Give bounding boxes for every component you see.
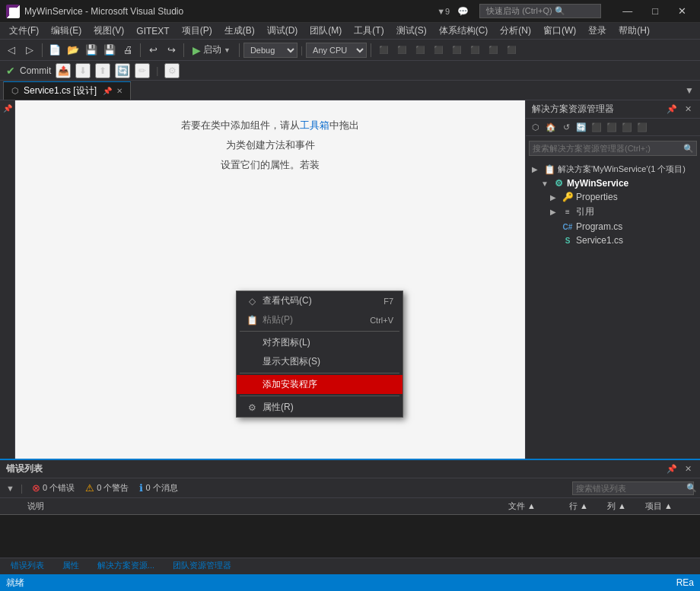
search-quicklaunch[interactable]: 快速启动 (Ctrl+Q) 🔍 (479, 4, 601, 18)
solution-root[interactable]: ▶ 📋 解决方案'MyWinService'(1 个项目) (529, 162, 697, 176)
toolbar-extra-5[interactable]: ⬛ (448, 42, 465, 59)
commit-btn-2[interactable]: ⬇ (75, 63, 91, 78)
open-btn[interactable]: 📂 (65, 42, 81, 59)
menu-debug[interactable]: 调试(D) (261, 23, 304, 39)
toolbar-extra-4[interactable]: ⬛ (430, 42, 447, 59)
minimize-btn[interactable]: — (615, 4, 640, 18)
cm-properties[interactable]: ⚙ 属性(R) (237, 398, 402, 417)
se-search-input[interactable] (530, 144, 681, 153)
play-dropdown-icon[interactable]: ▼ (224, 46, 231, 54)
forward-btn[interactable]: ▷ (21, 42, 38, 59)
start-btn[interactable]: ▶ 启动 ▼ (188, 42, 235, 58)
service1-cs-node[interactable]: ▶ S Service1.cs (529, 234, 697, 247)
bottom-tab-solution[interactable]: 解决方案资源... (90, 558, 162, 574)
save-btn[interactable]: 💾 (83, 42, 100, 59)
col-description[interactable]: 说明 (21, 500, 502, 512)
menu-login[interactable]: 登录 (582, 23, 612, 39)
error-filter-icon[interactable]: ▼ (6, 484, 14, 493)
se-btn-5[interactable]: ⬛ (590, 120, 603, 134)
toolbar-extra-6[interactable]: ⬛ (466, 42, 483, 59)
menu-file[interactable]: 文件(F) (3, 23, 45, 39)
root-arrow: ▶ (532, 165, 541, 173)
menu-build[interactable]: 生成(B) (218, 23, 261, 39)
panel-pin-btn[interactable]: 📌 (664, 103, 679, 115)
panel-close-btn[interactable]: ✕ (682, 103, 694, 115)
se-btn-2[interactable]: 🏠 (544, 120, 558, 134)
cm-paste[interactable]: 📋 粘贴(P) Ctrl+V (237, 310, 402, 329)
error-info-btn[interactable]: ℹ 0 个消息 (136, 481, 180, 495)
toolbar-extra-1[interactable]: ⬛ (375, 42, 392, 59)
properties-node[interactable]: ▶ 🔑 Properties (529, 190, 697, 204)
col-project[interactable]: 项目 ▲ (639, 500, 700, 512)
el-close-btn[interactable]: ✕ (682, 463, 694, 475)
cm-align-icons[interactable]: 对齐图标(L) (237, 333, 402, 352)
commit-btn-4[interactable]: 🔄 (115, 63, 130, 78)
panel-controls: 📌 ✕ (664, 103, 694, 115)
se-btn-8[interactable]: ⬛ (635, 120, 649, 134)
commit-btn-1[interactable]: 📤 (56, 63, 71, 78)
se-btn-7[interactable]: ⬛ (620, 120, 634, 134)
program-cs-node[interactable]: ▶ C# Program.cs (529, 220, 697, 234)
tab-close-btn[interactable]: ✕ (116, 87, 123, 95)
tab-service1-design[interactable]: ⬡ Service1.cs [设计] 📌 ✕ (3, 81, 131, 100)
el-pin-btn[interactable]: 📌 (664, 463, 679, 475)
menu-tools[interactable]: 工具(T) (348, 23, 390, 39)
toolbar-extra-8[interactable]: ⬛ (503, 42, 520, 59)
new-file-btn[interactable]: 📄 (46, 42, 63, 59)
menu-architecture[interactable]: 体系结构(C) (433, 23, 495, 39)
commit-btn-6[interactable]: ⚙ (164, 63, 180, 78)
maximize-btn[interactable]: □ (644, 4, 666, 18)
cm-view-code[interactable]: ◇ 查看代码(C) F7 (237, 291, 402, 310)
col-file[interactable]: 文件 ▲ (502, 500, 563, 512)
bottom-tab-properties[interactable]: 属性 (55, 558, 87, 574)
toolbar-extra-7[interactable]: ⬛ (485, 42, 501, 59)
menu-gitext[interactable]: GITEXT (130, 24, 175, 38)
references-node[interactable]: ▶ ≡ 引用 (529, 204, 697, 220)
cm-large-icons[interactable]: 显示大图标(S) (237, 352, 402, 371)
platform-select[interactable]: Any CPU x86 x64 (306, 43, 367, 58)
config-select[interactable]: Debug Release (243, 43, 298, 58)
menu-edit[interactable]: 编辑(E) (45, 23, 88, 39)
tab-bar: ⬡ Service1.cs [设计] 📌 ✕ ▼ (0, 81, 700, 100)
menu-window[interactable]: 窗口(W) (537, 23, 582, 39)
error-error-btn[interactable]: ⊗ 0 个错误 (29, 481, 78, 495)
tab-keep-btn[interactable]: 📌 (103, 87, 112, 95)
commit-btn-3[interactable]: ⬆ (95, 63, 110, 78)
bottom-tab-team[interactable]: 团队资源管理器 (165, 558, 239, 574)
toolbar-extra-3[interactable]: ⬛ (412, 42, 428, 59)
sidebar-pin-icon[interactable]: 📌 (3, 103, 11, 113)
col-line[interactable]: 行 ▲ (563, 500, 601, 512)
toolbar-extra-2[interactable]: ⬛ (393, 42, 410, 59)
menu-analysis[interactable]: 分析(N) (494, 23, 537, 39)
menu-test[interactable]: 测试(S) (390, 23, 433, 39)
commit-sep: | (156, 65, 158, 76)
se-btn-6[interactable]: ⬛ (605, 120, 619, 134)
se-search-box[interactable]: 🔍 (529, 141, 697, 156)
tab-dropdown-btn[interactable]: ▼ (682, 85, 697, 96)
se-btn-4[interactable]: 🔄 (574, 120, 588, 134)
back-btn[interactable]: ◁ (3, 42, 20, 59)
undo-btn[interactable]: ↩ (145, 42, 161, 59)
project-node[interactable]: ▼ ⚙ MyWinService (529, 176, 697, 190)
commit-check-icon: ✔ (6, 65, 15, 77)
cm-add-installer[interactable]: 添加安装程序 (237, 375, 402, 394)
error-search-box[interactable]: 🔍 (572, 481, 694, 495)
bottom-tab-error-list[interactable]: 错误列表 (3, 558, 52, 574)
col-col[interactable]: 列 ▲ (601, 500, 639, 512)
menu-view[interactable]: 视图(V) (88, 23, 130, 39)
menu-project[interactable]: 项目(P) (176, 23, 218, 39)
commit-btn-5[interactable]: ✏ (135, 63, 150, 78)
designer-area[interactable]: 若要在类中添加组件，请从工具箱中拖出 为类创建方法和事件 设置它们的属性。若装 … (15, 100, 525, 459)
se-btn-3[interactable]: ↺ (559, 120, 573, 134)
error-warning-btn[interactable]: ⚠ 0 个警告 (82, 481, 132, 495)
print-btn[interactable]: 🖨 (119, 42, 136, 59)
toolbox-link[interactable]: 工具箱 (300, 119, 329, 131)
close-btn[interactable]: ✕ (670, 4, 694, 18)
error-list-title: 错误列表 (6, 462, 43, 475)
redo-btn[interactable]: ↪ (163, 42, 180, 59)
error-search-input[interactable] (573, 484, 684, 493)
menu-team[interactable]: 团队(M) (304, 23, 348, 39)
save-all-btn[interactable]: 💾 (101, 42, 118, 59)
menu-help[interactable]: 帮助(H) (612, 23, 656, 39)
se-btn-1[interactable]: ⬡ (529, 120, 542, 134)
